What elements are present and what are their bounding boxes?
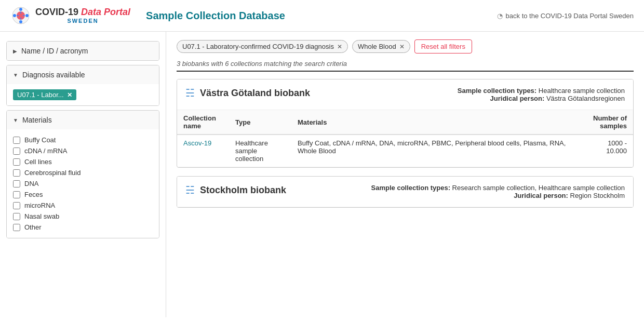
- material-checkbox[interactable]: [13, 147, 20, 155]
- sample-types-value: Healthcare sample collection: [539, 87, 625, 95]
- materials-filter-label: Materials: [22, 116, 52, 124]
- biobank-meta: Sample collection types: Research sample…: [371, 184, 625, 199]
- sample-types-value: Research sample collection, Healthcare s…: [452, 184, 625, 192]
- biobank-header: ☵Västra Götaland biobankSample collectio…: [177, 79, 633, 110]
- content-area: U07.1 - Laboratory-confirmed COVID-19 di…: [166, 32, 644, 317]
- sample-types-label: Sample collection types:: [458, 87, 536, 95]
- remove-diagnosis-tag-button[interactable]: ✕: [67, 91, 72, 99]
- biobank-name-area: ☵Stockholm biobank: [185, 184, 286, 196]
- globe-icon: ◔: [497, 12, 503, 20]
- juridical-person-label: Juridical person:: [490, 95, 545, 102]
- collection-type-cell: Healthcare sample collection: [229, 135, 291, 167]
- material-label: DNA: [24, 180, 38, 187]
- main-layout: ▶ Name / ID / acronym ▼ Diagnosis availa…: [0, 32, 644, 317]
- diagnosis-filter-label: Diagnosis available: [22, 71, 85, 79]
- material-checkbox[interactable]: [13, 202, 20, 209]
- diagnosis-filter-body: U07.1 - Labor... ✕: [7, 84, 159, 105]
- material-label: Other: [24, 223, 42, 231]
- col-header-samples: Number of samples: [581, 110, 633, 135]
- material-checkbox[interactable]: [13, 191, 20, 198]
- logo-area: COVID-19 Data Portal SWEDEN: [10, 5, 130, 26]
- list-item: microRNA: [13, 200, 153, 211]
- list-item: Nasal swab: [13, 211, 153, 222]
- remove-material-chip-button[interactable]: ✕: [399, 43, 405, 50]
- remove-diagnosis-chip-button[interactable]: ✕: [337, 43, 342, 50]
- name-filter-header[interactable]: ▶ Name / ID / acronym: [7, 42, 159, 60]
- list-item: Other: [13, 222, 153, 233]
- biobank-name-area: ☵Västra Götaland biobank: [185, 87, 310, 99]
- material-label: Cell lines: [24, 158, 52, 166]
- col-header-type: Type: [229, 110, 291, 135]
- material-label: microRNA: [24, 202, 55, 209]
- back-link[interactable]: ◔ back to the COVID-19 Data Portal Swede…: [497, 12, 634, 20]
- material-label: Cerebrospinal fluid: [24, 169, 81, 177]
- diagnosis-filter-section: ▼ Diagnosis available U07.1 - Labor... ✕: [6, 65, 159, 106]
- juridical-person-value: Region Stockholm: [570, 192, 625, 199]
- list-item: cDNA / mRNA: [13, 145, 153, 156]
- page-title: Sample Collection Database: [146, 10, 285, 22]
- col-header-name: Collection name: [177, 110, 229, 135]
- material-checkbox[interactable]: [13, 224, 20, 231]
- svg-point-3: [19, 20, 22, 23]
- material-chip[interactable]: Whole Blood ✕: [352, 40, 410, 53]
- name-filter-section: ▶ Name / ID / acronym: [6, 41, 159, 61]
- juridical-person-label: Juridical person:: [514, 192, 568, 199]
- active-diagnosis-tag-text: U07.1 - Labor...: [17, 91, 64, 99]
- materials-filter-body: Buffy CoatcDNA / mRNACell linesCerebrosp…: [7, 129, 159, 238]
- sample-types-label: Sample collection types:: [371, 184, 450, 192]
- collections-table: Collection name Type Materials Number of…: [177, 110, 633, 167]
- materials-filter-arrow: ▼: [13, 117, 18, 123]
- diagnosis-filter-header[interactable]: ▼ Diagnosis available: [7, 65, 159, 84]
- sidebar: ▶ Name / ID / acronym ▼ Diagnosis availa…: [0, 32, 166, 317]
- filter-chips-row: U07.1 - Laboratory-confirmed COVID-19 di…: [177, 39, 634, 53]
- material-label: Feces: [24, 191, 43, 198]
- logo-icon: [10, 5, 31, 26]
- list-item: Cell lines: [13, 156, 153, 167]
- diagnosis-chip-text: U07.1 - Laboratory-confirmed COVID-19 di…: [182, 43, 334, 50]
- material-label: Nasal swab: [24, 212, 59, 220]
- name-filter-arrow: ▶: [13, 48, 17, 54]
- collection-materials-cell: Buffy Coat, cDNA / mRNA, DNA, microRNA, …: [291, 135, 581, 167]
- table-row: Ascov-19 Healthcare sample collection Bu…: [177, 135, 633, 167]
- material-chip-text: Whole Blood: [358, 43, 396, 50]
- biobank-name: Västra Götaland biobank: [200, 88, 310, 99]
- list-item: Buffy Coat: [13, 135, 153, 145]
- covid-text: COVID-19: [35, 7, 78, 17]
- svg-point-5: [25, 14, 29, 17]
- material-label: cDNA / mRNA: [24, 147, 67, 155]
- material-label: Buffy Coat: [24, 136, 56, 144]
- biobanks-list: ☵Västra Götaland biobankSample collectio…: [177, 79, 634, 208]
- juridical-person-value: Västra Götalandsregionen: [546, 95, 625, 102]
- svg-point-2: [19, 8, 22, 11]
- diagnosis-filter-arrow: ▼: [13, 72, 18, 78]
- active-diagnosis-tag[interactable]: U07.1 - Labor... ✕: [13, 89, 76, 100]
- back-link-text: back to the COVID-19 Data Portal Sweden: [506, 12, 634, 20]
- list-item: Cerebrospinal fluid: [13, 167, 153, 178]
- reset-all-filters-button[interactable]: Reset all filters: [414, 39, 472, 53]
- materials-filter-header[interactable]: ▼ Materials: [7, 111, 159, 129]
- collection-samples-cell: 1000 - 10.000: [581, 135, 633, 167]
- material-checkbox[interactable]: [13, 158, 20, 166]
- material-checkbox[interactable]: [13, 213, 20, 220]
- logo-text: COVID-19 Data Portal SWEDEN: [35, 7, 130, 24]
- biobank-name: Stockholm biobank: [200, 185, 286, 196]
- sweden-label: SWEDEN: [35, 18, 130, 24]
- material-checkbox[interactable]: [13, 180, 20, 187]
- page-header: COVID-19 Data Portal SWEDEN Sample Colle…: [0, 0, 644, 32]
- material-checkbox[interactable]: [13, 169, 20, 177]
- collection-link[interactable]: Ascov-19: [183, 139, 211, 147]
- biobank-meta: Sample collection types: Healthcare samp…: [458, 87, 625, 102]
- svg-point-4: [13, 14, 16, 17]
- collection-name-cell: Ascov-19: [177, 135, 229, 167]
- data-portal-text: Data Portal: [81, 7, 130, 17]
- materials-filter-section: ▼ Materials Buffy CoatcDNA / mRNACell li…: [6, 110, 159, 238]
- diagnosis-chip[interactable]: U07.1 - Laboratory-confirmed COVID-19 di…: [177, 40, 348, 53]
- biobank-card: ☵Stockholm biobankSample collection type…: [177, 176, 634, 208]
- search-results-info: 3 biobanks with 6 collections matching t…: [177, 60, 634, 72]
- material-checkbox[interactable]: [13, 137, 20, 144]
- name-filter-label: Name / ID / acronym: [21, 47, 88, 55]
- biobank-table-icon: ☵: [185, 184, 195, 196]
- biobank-header: ☵Stockholm biobankSample collection type…: [177, 177, 633, 207]
- list-item: DNA: [13, 178, 153, 189]
- list-item: Feces: [13, 189, 153, 200]
